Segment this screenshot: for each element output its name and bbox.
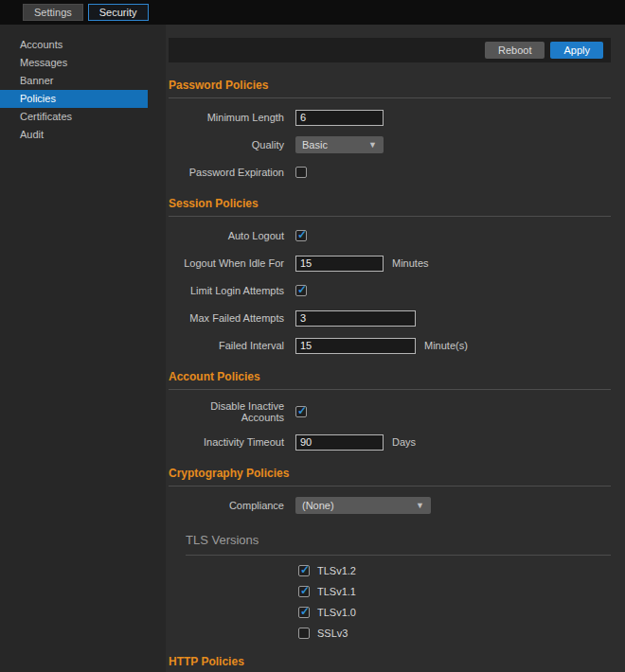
quality-row: Quality Basic ▼ [169,136,611,153]
sidebar-item-policies[interactable]: Policies [0,90,148,108]
chevron-down-icon: ▼ [416,501,424,510]
session-policies-title: Session Policies [169,197,611,217]
tls-1-0-label: TLSv1.0 [317,607,356,618]
password-expiration-checkbox[interactable] [295,167,307,178]
sidebar-item-certificates[interactable]: Certificates [0,108,166,126]
tls-1-2-row: TLSv1.2 [298,565,611,576]
disable-inactive-row: Disable Inactive Accounts [169,400,611,423]
minimum-length-label: Minimum Length [169,112,284,123]
compliance-select-value: (None) [302,500,334,511]
section-password-policies: Password Policies Minimum Length Quality… [169,79,611,181]
logout-idle-input[interactable] [295,256,384,272]
disable-inactive-label: Disable Inactive Accounts [169,400,284,423]
max-failed-input[interactable] [295,310,416,327]
sslv3-row: SSLv3 [298,628,611,639]
days-unit-label: Days [392,436,416,448]
inactivity-timeout-row: Inactivity Timeout Days [169,433,611,451]
tls-1-1-checkbox[interactable] [298,586,310,597]
section-http-policies: HTTP Policies Strict Transport Security [169,655,611,672]
inactivity-timeout-input[interactable] [295,434,384,451]
auto-logout-checkbox[interactable] [295,230,307,241]
sidebar: Accounts Messages Banner Policies Certif… [0,25,166,672]
limit-login-checkbox[interactable] [295,285,307,296]
password-expiration-row: Password Expiration [169,164,611,181]
tls-1-1-label: TLSv1.1 [317,586,356,597]
reboot-button[interactable]: Reboot [485,42,545,59]
sidebar-item-accounts[interactable]: Accounts [0,36,166,54]
minutes-interval-unit-label: Minute(s) [424,340,468,351]
section-cryptography-policies: Cryptography Policies Compliance (None) … [169,467,611,639]
tls-versions-title: TLS Versions [186,533,611,556]
quality-label: Quality [169,139,284,150]
tls-1-2-label: TLSv1.2 [317,565,356,576]
logout-idle-row: Logout When Idle For Minutes [169,255,611,272]
max-failed-label: Max Failed Attempts [169,312,284,324]
inactivity-timeout-label: Inactivity Timeout [169,436,284,448]
tls-1-2-checkbox[interactable] [298,565,310,576]
limit-login-row: Limit Login Attempts [169,282,611,299]
content-panel: Reboot Apply Password Policies Minimum L… [166,25,625,672]
sidebar-item-banner[interactable]: Banner [0,72,166,90]
section-account-policies: Account Policies Disable Inactive Accoun… [169,370,611,451]
minutes-unit-label: Minutes [392,257,429,269]
max-failed-row: Max Failed Attempts [169,309,611,327]
compliance-select[interactable]: (None) ▼ [295,497,431,514]
sslv3-checkbox[interactable] [298,628,310,639]
main-area: Accounts Messages Banner Policies Certif… [0,25,625,672]
failed-interval-row: Failed Interval Minute(s) [169,337,611,354]
tab-settings[interactable]: Settings [23,4,83,21]
toolbar: Reboot Apply [169,38,611,62]
minimum-length-row: Minimum Length [169,109,611,126]
sidebar-item-messages[interactable]: Messages [0,54,166,72]
account-policies-title: Account Policies [169,370,611,390]
chevron-down-icon: ▼ [368,140,377,150]
password-policies-title: Password Policies [169,79,611,98]
section-session-policies: Session Policies Auto Logout Logout When… [169,197,611,354]
compliance-label: Compliance [169,500,284,511]
disable-inactive-checkbox[interactable] [295,406,307,417]
limit-login-label: Limit Login Attempts [169,285,284,296]
failed-interval-label: Failed Interval [169,340,284,351]
tls-1-0-checkbox[interactable] [298,607,310,618]
quality-select-value: Basic [302,139,328,150]
auto-logout-row: Auto Logout [169,227,611,244]
sslv3-label: SSLv3 [317,628,348,639]
quality-select[interactable]: Basic ▼ [295,136,384,153]
tls-1-0-row: TLSv1.0 [298,607,611,618]
tab-security[interactable]: Security [88,4,149,21]
password-expiration-label: Password Expiration [169,167,284,178]
minimum-length-input[interactable] [295,110,384,126]
tls-1-1-row: TLSv1.1 [298,586,611,597]
topbar: Settings Security [0,0,625,25]
failed-interval-input[interactable] [295,338,416,354]
compliance-row: Compliance (None) ▼ [169,497,611,514]
cryptography-policies-title: Cryptography Policies [169,467,611,486]
apply-button[interactable]: Apply [550,42,603,59]
auto-logout-label: Auto Logout [169,230,284,241]
http-policies-title: HTTP Policies [169,655,611,672]
sidebar-item-audit[interactable]: Audit [0,126,166,144]
logout-idle-label: Logout When Idle For [169,257,284,269]
